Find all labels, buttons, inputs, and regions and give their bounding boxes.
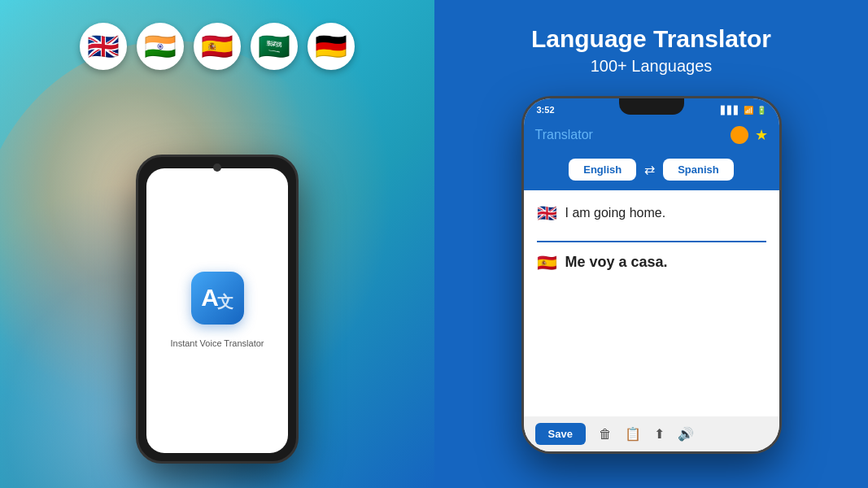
language-selector: English ⇄ Spanish: [524, 152, 779, 190]
save-button[interactable]: Save: [535, 423, 586, 445]
left-phone-container: A 文 Instant Voice Translator: [136, 155, 299, 464]
phone-camera: [213, 163, 221, 172]
source-language-button[interactable]: English: [569, 159, 636, 181]
app-subtitle: 100+ Languages: [591, 57, 713, 76]
left-phone-body: A 文 Instant Voice Translator: [136, 155, 299, 464]
a-letter-icon: A: [201, 284, 219, 312]
source-flag: 🇬🇧: [537, 205, 557, 221]
right-phone-body: 3:52 ▋▋▋ 📶 🔋 Translator ★: [521, 96, 782, 454]
star-icon[interactable]: ★: [755, 126, 768, 144]
source-text: I am going home.: [565, 206, 666, 220]
flag-india: 🇮🇳: [137, 23, 184, 70]
app-icon: A 文: [191, 272, 244, 325]
copy-icon[interactable]: 📋: [625, 426, 641, 442]
status-time: 3:52: [537, 105, 555, 115]
right-panel: Language Translator 100+ Languages 3:52 …: [434, 0, 868, 488]
header-icons: ★: [731, 126, 768, 144]
battery-icon: 🔋: [757, 106, 766, 115]
target-flag: 🇪🇸: [537, 255, 557, 271]
bottom-toolbar: Save 🗑 📋 ⬆ 🔊: [524, 416, 779, 451]
flag-uk: 🇬🇧: [80, 23, 127, 70]
share-icon[interactable]: ⬆: [654, 426, 665, 442]
right-phone-container: 3:52 ▋▋▋ 📶 🔋 Translator ★: [521, 96, 782, 472]
flag-spain: 🇪🇸: [194, 23, 241, 70]
app-header: Translator ★: [524, 121, 779, 152]
speaker-icon[interactable]: 🔊: [678, 426, 694, 442]
swap-languages-icon[interactable]: ⇄: [644, 162, 655, 177]
a-translate-icon: 文: [217, 291, 233, 313]
target-translation-row: 🇪🇸 Me voy a casa.: [537, 254, 766, 271]
flag-germany: 🇩🇪: [308, 23, 355, 70]
translation-divider: [537, 241, 766, 242]
signal-icon: ▋▋▋: [721, 106, 740, 115]
wifi-icon: 📶: [744, 106, 753, 115]
flag-saudi: 🇸🇦: [251, 23, 298, 70]
source-translation-row: 🇬🇧 I am going home.: [537, 205, 766, 221]
app-title: Language Translator: [531, 24, 771, 54]
flags-row: 🇬🇧 🇮🇳 🇪🇸 🇸🇦 🇩🇪: [80, 23, 355, 70]
orange-dot-icon[interactable]: [731, 126, 748, 144]
delete-icon[interactable]: 🗑: [599, 427, 612, 442]
left-panel: 🇬🇧 🇮🇳 🇪🇸 🇸🇦 🇩🇪 A 文 Instant Voice Transla…: [0, 0, 434, 488]
target-text: Me voy a casa.: [565, 254, 668, 271]
translator-title: Translator: [535, 128, 593, 142]
phone-app-label: Instant Voice Translator: [171, 338, 264, 350]
status-icons: ▋▋▋ 📶 🔋: [721, 106, 766, 115]
translate-icon: A 文: [201, 283, 233, 313]
translation-card: 🇬🇧 I am going home. 🇪🇸 Me voy a casa.: [524, 190, 779, 416]
left-phone-screen: A 文 Instant Voice Translator: [146, 168, 288, 453]
phone-notch: [619, 98, 684, 115]
right-phone-screen: 3:52 ▋▋▋ 📶 🔋 Translator ★: [524, 98, 779, 451]
target-language-button[interactable]: Spanish: [663, 159, 734, 181]
